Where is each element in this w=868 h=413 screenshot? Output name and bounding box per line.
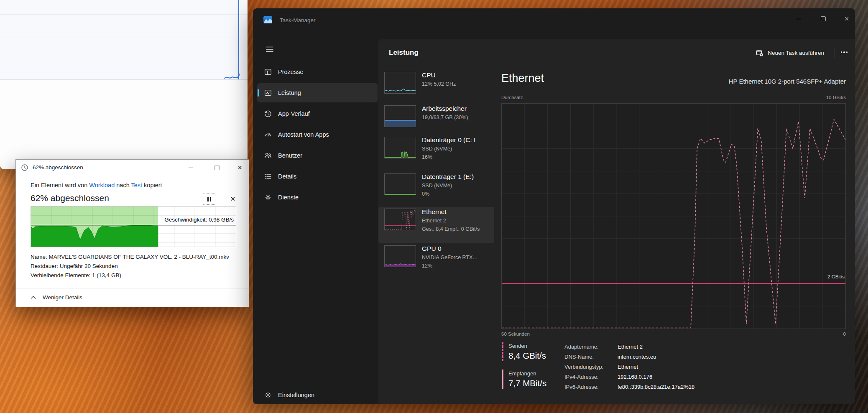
processes-icon — [264, 68, 272, 76]
clock-icon — [21, 164, 28, 171]
perf-item-title: Ethernet — [422, 207, 480, 217]
destination-folder-link[interactable]: Test — [131, 182, 142, 189]
gpu-mini-chart — [384, 245, 416, 267]
gridline — [0, 14, 248, 15]
sidebar-item-label: App-Verlauf — [278, 110, 310, 117]
dialog-title: 62% abgeschlossen — [33, 164, 83, 171]
run-new-task-button[interactable]: Neuen Task ausführen — [751, 45, 829, 61]
pause-icon — [207, 197, 209, 201]
background-window[interactable] — [0, 0, 248, 169]
page-title: Leistung — [389, 48, 419, 57]
background-graph — [0, 0, 248, 80]
selected-indicator — [258, 89, 259, 97]
sidebar-item-app-verlauf[interactable]: App-Verlauf — [257, 104, 378, 123]
ethernet-mini-chart — [384, 209, 416, 230]
sidebar-item-label: Autostart von Apps — [278, 131, 329, 138]
sidebar-item-leistung[interactable]: Leistung — [257, 83, 378, 102]
sidebar-item-benutzer[interactable]: Benutzer — [257, 146, 378, 165]
perf-item-sub: NVIDIA GeForce RTX… — [422, 253, 478, 262]
less-details-label: Weniger Details — [43, 294, 82, 301]
ethernet-chart-svg — [502, 104, 845, 329]
run-new-task-label: Neuen Task ausführen — [768, 50, 824, 56]
maximize-icon — [821, 16, 826, 21]
perf-item-title: CPU — [422, 71, 456, 80]
prop-value: 192.168.0.176 — [618, 372, 652, 382]
background-graph-line — [238, 0, 239, 79]
less-details-toggle[interactable]: Weniger Details — [31, 294, 82, 301]
services-icon — [264, 193, 272, 201]
prop-label: DNS-Name: — [564, 352, 617, 362]
cpu-mini-chart — [384, 72, 416, 94]
speed-label: Geschwindigkeit: 0,98 GB/s — [164, 217, 234, 223]
startup-gauge-icon — [264, 130, 272, 139]
prop-label: IPv4-Adresse: — [564, 372, 617, 382]
reference-line-label: 2 GBit/s — [827, 274, 845, 279]
perf-item-sub2: 12% — [422, 262, 478, 270]
tm-minimize-button[interactable] — [789, 12, 807, 26]
perf-item-title: GPU 0 — [422, 244, 478, 253]
navigation-menu-button[interactable] — [261, 42, 278, 57]
gridline — [0, 58, 248, 58]
task-manager-app-icon — [263, 15, 273, 25]
perf-item-sub: SSD (NVMe) — [422, 181, 474, 190]
dialog-maximize-button[interactable] — [207, 160, 226, 176]
perf-item-sub2: 16% — [422, 153, 475, 161]
more-options-button[interactable] — [837, 48, 851, 57]
close-icon: ✕ — [237, 165, 243, 171]
axis-label-zero: 0 — [843, 331, 846, 337]
copy-speed-chart-svg — [31, 206, 236, 247]
hamburger-icon — [266, 46, 273, 52]
dialog-close-button[interactable]: ✕ — [230, 160, 249, 176]
minimize-icon — [189, 168, 193, 168]
sidebar-item-label: Dienste — [278, 194, 299, 201]
sidebar-item-label: Leistung — [278, 89, 301, 96]
copy-progress-dialog: 62% abgeschlossen ✕ Ein Element wird von… — [15, 159, 249, 307]
prop-value: intern.contes.eu — [618, 352, 656, 362]
ellipsis-icon — [841, 51, 842, 53]
prop-value: Ethernet — [618, 362, 638, 372]
perf-item-sub: 12% 5,02 GHz — [422, 80, 456, 88]
copy-message-prefix: Ein Element wird von — [31, 182, 89, 189]
history-icon — [264, 110, 272, 118]
source-folder-link[interactable]: Workload — [89, 182, 115, 189]
prop-value: fe80::339b:8c28:a21e:17a2%18 — [618, 382, 694, 392]
gridline — [0, 36, 248, 36]
axis-label-seconds: 60 Sekunden — [501, 331, 530, 337]
perf-item-sub: 19,0/63,7 GB (30%) — [422, 113, 468, 122]
task-manager-window: Task-Manager ✕ Prozesse Leistung — [253, 8, 855, 404]
performance-icon — [264, 89, 272, 97]
tm-close-button[interactable]: ✕ — [837, 12, 855, 26]
ethernet-throughput-chart: 2 GBit/s — [501, 103, 846, 329]
pause-button[interactable] — [203, 194, 215, 205]
sidebar-item-details[interactable]: Details — [257, 167, 378, 186]
toolbar-divider — [835, 47, 835, 58]
sidebar-item-label: Prozesse — [278, 69, 303, 75]
tm-maximize-button[interactable] — [814, 12, 832, 26]
dialog-divider — [16, 288, 249, 288]
adapter-name: HP Ethernet 10G 2-port 546SFP+ Adapter — [729, 78, 846, 85]
chevron-up-icon — [31, 296, 36, 299]
sidebar-item-autostart[interactable]: Autostart von Apps — [257, 125, 378, 144]
perf-item-sub2: 0% — [422, 190, 474, 198]
perf-item-title: Datenträger 1 (E:) — [422, 172, 474, 181]
dialog-minimize-button[interactable] — [181, 160, 200, 176]
sidebar-item-label: Benutzer — [278, 152, 302, 159]
prop-label: Adaptername: — [564, 342, 617, 352]
disk0-mini-chart — [384, 137, 416, 158]
file-name-line: Name: MARVEL'S GUARDIANS OF THE GALAXY V… — [31, 252, 229, 262]
cancel-icon: ✕ — [230, 195, 236, 203]
header-divider — [378, 67, 855, 67]
window-title: Task-Manager — [280, 17, 316, 23]
prop-label: Verbindungstyp: — [564, 362, 617, 372]
copy-message: Ein Element wird von Workload nach Test … — [31, 182, 162, 189]
prop-label: IPv6-Adresse: — [564, 382, 617, 392]
cancel-copy-button[interactable]: ✕ — [227, 194, 238, 204]
sidebar-item-prozesse[interactable]: Prozesse — [257, 62, 378, 82]
dialog-titlebar[interactable]: 62% abgeschlossen ✕ — [16, 160, 249, 176]
sidebar-item-einstellungen[interactable]: Einstellungen — [257, 385, 378, 404]
sidebar-item-dienste[interactable]: Dienste — [257, 188, 378, 207]
desktop: 62% abgeschlossen ✕ Ein Element wird von… — [0, 0, 868, 413]
perf-item-title: Arbeitsspeicher — [422, 104, 468, 113]
sidebar-item-label: Details — [278, 173, 296, 180]
minimize-icon — [796, 19, 801, 19]
